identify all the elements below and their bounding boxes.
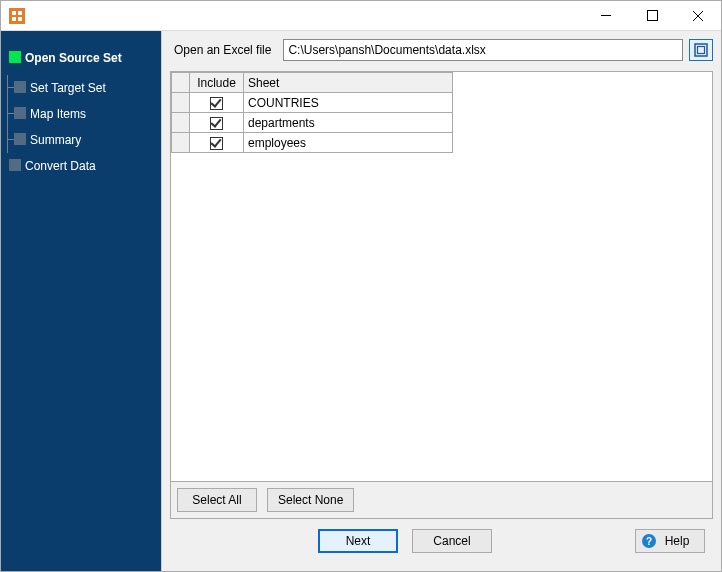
nav-label: Summary	[30, 133, 81, 147]
nav-marker-icon	[9, 51, 21, 63]
nav-marker-icon	[14, 133, 26, 145]
nav-item-summary[interactable]: Summary	[8, 127, 161, 153]
open-file-label: Open an Excel file	[170, 43, 277, 57]
select-all-button[interactable]: Select All	[177, 488, 257, 512]
browse-icon	[694, 43, 708, 57]
sheet-name-cell[interactable]: COUNTRIES	[244, 93, 453, 113]
minimize-button[interactable]	[583, 1, 629, 30]
row-header[interactable]	[172, 93, 190, 113]
row-header[interactable]	[172, 113, 190, 133]
sheet-grid: Include Sheet COUNTRIESdepartmentsemploy…	[170, 71, 713, 519]
nav-label: Convert Data	[25, 159, 96, 173]
svg-rect-3	[18, 17, 22, 21]
column-sheet[interactable]: Sheet	[244, 73, 453, 93]
grid-corner	[172, 73, 190, 93]
file-path-input[interactable]	[283, 39, 683, 61]
cancel-button[interactable]: Cancel	[412, 529, 492, 553]
nav-marker-icon	[9, 159, 21, 171]
browse-button[interactable]	[689, 39, 713, 61]
help-button[interactable]: ? Help	[635, 529, 705, 553]
app-icon	[9, 8, 25, 24]
close-button[interactable]	[675, 1, 721, 30]
sidebar: Open Source SetSet Target SetMap ItemsSu…	[1, 31, 161, 571]
table-row: departments	[172, 113, 453, 133]
nav-label: Open Source Set	[25, 51, 122, 65]
svg-rect-0	[12, 11, 16, 15]
titlebar	[1, 1, 721, 31]
svg-rect-1	[18, 11, 22, 15]
select-none-button[interactable]: Select None	[267, 488, 354, 512]
nav-item-convert-data[interactable]: Convert Data	[1, 153, 161, 179]
nav-item-open-source-set[interactable]: Open Source Set	[1, 45, 161, 71]
next-button[interactable]: Next	[318, 529, 398, 553]
sheet-name-cell[interactable]: departments	[244, 113, 453, 133]
help-icon: ?	[642, 534, 656, 548]
nav-item-map-items[interactable]: Map Items	[8, 101, 161, 127]
include-cell[interactable]	[190, 133, 244, 153]
nav-label: Set Target Set	[30, 81, 106, 95]
column-include[interactable]: Include	[190, 73, 244, 93]
nav-item-set-target-set[interactable]: Set Target Set	[8, 75, 161, 101]
include-checkbox[interactable]	[210, 97, 223, 110]
include-cell[interactable]	[190, 113, 244, 133]
svg-rect-7	[698, 47, 705, 54]
include-checkbox[interactable]	[210, 137, 223, 150]
nav-marker-icon	[14, 81, 26, 93]
table-row: employees	[172, 133, 453, 153]
row-header[interactable]	[172, 133, 190, 153]
maximize-button[interactable]	[629, 1, 675, 30]
nav-label: Map Items	[30, 107, 86, 121]
table-row: COUNTRIES	[172, 93, 453, 113]
include-cell[interactable]	[190, 93, 244, 113]
include-checkbox[interactable]	[210, 117, 223, 130]
svg-rect-2	[12, 17, 16, 21]
svg-rect-6	[695, 44, 707, 56]
help-label: Help	[665, 534, 690, 548]
nav-marker-icon	[14, 107, 26, 119]
sheet-name-cell[interactable]: employees	[244, 133, 453, 153]
main-panel: Open an Excel file Include Sheet COU	[161, 31, 721, 571]
